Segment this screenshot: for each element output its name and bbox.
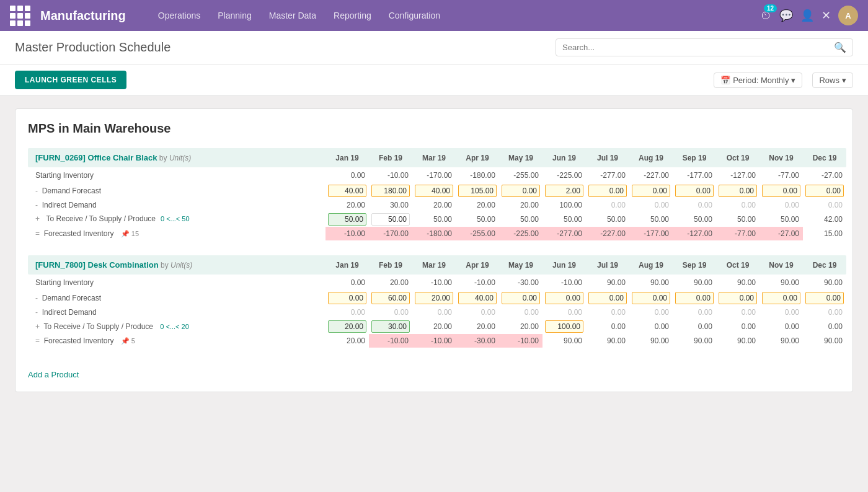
close-icon[interactable]: ✕ <box>822 9 831 22</box>
df-2-nov[interactable] <box>760 291 803 305</box>
tr-2-jun[interactable] <box>542 319 586 334</box>
safety-stock-label-1: 📌 15 <box>121 230 139 237</box>
month-header-aug-2: Aug 19 <box>629 255 673 275</box>
chat-icon[interactable]: 💬 <box>779 9 793 22</box>
add-product-link[interactable]: Add a Product <box>28 370 79 379</box>
df-1-dec[interactable] <box>803 183 846 198</box>
fi-2-sep: 90.00 <box>673 334 716 348</box>
df-2-feb[interactable] <box>369 291 412 305</box>
fi-2-dec: 90.00 <box>803 334 846 348</box>
si-1-nov: -77.00 <box>760 167 803 183</box>
df-1-aug[interactable] <box>629 183 673 198</box>
constraint-label-1: 0 <...< 50 <box>161 215 189 222</box>
fi-1-mar: -180.00 <box>412 227 456 240</box>
month-header-mar-1: Mar 19 <box>412 148 456 167</box>
product-2-name[interactable]: [FURN_7800] Desk Combination <box>35 260 159 270</box>
menu-item-reporting[interactable]: Reporting <box>326 7 379 24</box>
fi-2-nov: 90.00 <box>760 334 803 348</box>
df-2-jun[interactable] <box>542 291 586 305</box>
month-header-jan-2: Jan 19 <box>326 255 369 275</box>
tr-1-dec: 42.00 <box>803 212 846 227</box>
to-receive-row-1: + To Receive / To Supply / Produce 0 <..… <box>28 212 846 227</box>
product-header-row-2: [FURN_7800] Desk Combination by Unit(s) … <box>28 255 846 275</box>
search-input[interactable] <box>562 43 834 52</box>
df-2-apr[interactable] <box>456 291 499 305</box>
tr-2-may: 20.00 <box>499 319 542 334</box>
df-2-oct[interactable] <box>716 291 760 305</box>
demand-forecast-label-2: - Demand Forecast <box>28 291 326 305</box>
mps-card: MPS in Main Warehouse [FURN_0269] Office… <box>15 108 853 392</box>
indirect-demand-row-1: - Indirect Demand 20.00 30.00 20.00 20.0… <box>28 198 846 212</box>
df-1-feb[interactable] <box>369 183 412 198</box>
df-2-aug[interactable] <box>629 291 673 305</box>
df-1-may[interactable] <box>499 183 542 198</box>
month-header-aug-1: Aug 19 <box>629 148 673 167</box>
fi-1-apr: -255.00 <box>456 227 499 240</box>
si-2-may: -30.00 <box>499 275 542 291</box>
df-1-oct[interactable] <box>716 183 760 198</box>
df-2-jul[interactable] <box>586 291 629 305</box>
df-1-jun[interactable] <box>542 183 586 198</box>
month-header-dec-2: Dec 19 <box>803 255 846 275</box>
app-switcher-icon[interactable] <box>10 6 30 26</box>
avatar[interactable]: A <box>838 6 858 25</box>
si-1-mar: -170.00 <box>412 167 456 183</box>
month-header-jan-1: Jan 19 <box>326 148 369 167</box>
tr-1-jun: 50.00 <box>542 212 586 227</box>
df-1-jan[interactable] <box>326 183 369 198</box>
menu-item-configuration[interactable]: Configuration <box>381 7 448 24</box>
month-header-apr-2: Apr 19 <box>456 255 499 275</box>
fi-2-jun: 90.00 <box>542 334 586 348</box>
id-2-oct: 0.00 <box>716 305 760 319</box>
fi-2-apr: -30.00 <box>456 334 499 348</box>
menu-item-master-data[interactable]: Master Data <box>262 7 324 24</box>
menu-item-operations[interactable]: Operations <box>151 7 208 24</box>
id-1-aug: 0.00 <box>629 198 673 212</box>
period-selector[interactable]: 📅 Period: Monthly ▾ <box>714 72 802 88</box>
search-icon: 🔍 <box>834 42 846 53</box>
safety-stock-label-2: 📌 5 <box>121 337 135 345</box>
si-2-jul: 90.00 <box>586 275 629 291</box>
period-controls: 📅 Period: Monthly ▾ Rows ▾ <box>714 72 853 88</box>
tr-2-apr: 20.00 <box>456 319 499 334</box>
product-header-row-1: [FURN_0269] Office Chair Black by Unit(s… <box>28 148 846 167</box>
month-header-nov-2: Nov 19 <box>760 255 803 275</box>
df-1-nov[interactable] <box>760 183 803 198</box>
product-section-2: [FURN_7800] Desk Combination by Unit(s) … <box>28 255 840 348</box>
si-2-jan: 0.00 <box>326 275 369 291</box>
fi-2-jan: 20.00 <box>326 334 369 348</box>
df-2-mar[interactable] <box>412 291 456 305</box>
tr-2-oct: 0.00 <box>716 319 760 334</box>
search-bar[interactable]: 🔍 <box>556 38 853 56</box>
tr-1-sep: 50.00 <box>673 212 716 227</box>
month-header-jul-2: Jul 19 <box>586 255 629 275</box>
product-1-table: [FURN_0269] Office Chair Black by Unit(s… <box>28 148 846 240</box>
tr-1-jan[interactable] <box>326 212 369 227</box>
df-1-apr[interactable] <box>456 183 499 198</box>
df-1-sep[interactable] <box>673 183 716 198</box>
menu-item-planning[interactable]: Planning <box>210 7 259 24</box>
tr-2-feb[interactable] <box>369 319 412 334</box>
launch-green-cells-button[interactable]: LAUNCH GREEN CELLS <box>15 71 126 89</box>
fi-1-dec: 15.00 <box>803 227 846 240</box>
page-title: Master Production Schedule <box>15 40 170 55</box>
fi-1-may: -225.00 <box>499 227 542 240</box>
product-1-name[interactable]: [FURN_0269] Office Chair Black <box>35 153 157 162</box>
si-1-dec: -27.00 <box>803 167 846 183</box>
df-1-mar[interactable] <box>412 183 456 198</box>
df-2-jan[interactable] <box>326 291 369 305</box>
rows-selector[interactable]: Rows ▾ <box>812 72 853 88</box>
activity-badge-wrap[interactable]: ⏲ 12 <box>761 9 772 22</box>
person-icon[interactable]: 👤 <box>800 9 814 22</box>
tr-1-feb[interactable] <box>369 212 412 227</box>
df-1-jul[interactable] <box>586 183 629 198</box>
fi-2-jul: 90.00 <box>586 334 629 348</box>
id-1-jun: 100.00 <box>542 198 586 212</box>
df-2-may[interactable] <box>499 291 542 305</box>
tr-2-jan[interactable] <box>326 319 369 334</box>
df-2-dec[interactable] <box>803 291 846 305</box>
df-2-sep[interactable] <box>673 291 716 305</box>
id-1-sep: 0.00 <box>673 198 716 212</box>
id-2-sep: 0.00 <box>673 305 716 319</box>
tr-1-jul: 50.00 <box>586 212 629 227</box>
